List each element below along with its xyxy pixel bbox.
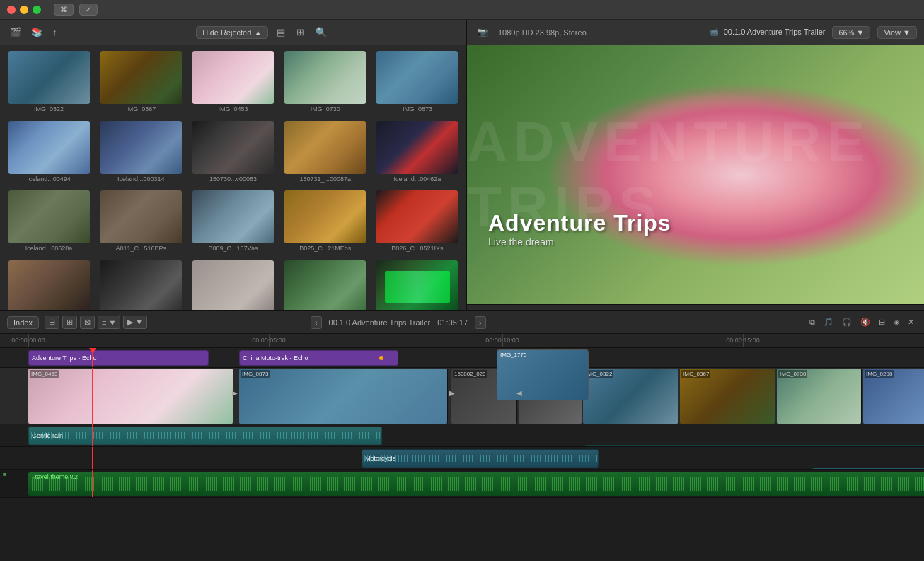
- media-label-img0730: IMG_0730: [311, 105, 340, 112]
- timeline-next-button[interactable]: ›: [475, 316, 486, 329]
- format-text: 1080p HD 23.98p, Stereo: [498, 28, 587, 37]
- media-label-c150731: 150731_...00087a: [299, 175, 351, 183]
- video-clip-img0453[interactable]: IMG_0453: [28, 369, 233, 424]
- media-thumb-c150731: [284, 121, 366, 174]
- video-clip-img0367b[interactable]: IMG_0367: [680, 369, 775, 424]
- camera-icon: 📷: [474, 25, 491, 39]
- library-icon[interactable]: 📚: [28, 25, 45, 39]
- media-thumb-b002c: [100, 260, 182, 313]
- playhead-line: [92, 348, 93, 367]
- close-button[interactable]: [7, 6, 16, 14]
- list-view-icon[interactable]: ▤: [274, 25, 288, 39]
- tool-select-icon[interactable]: ▶ ▼: [123, 316, 147, 329]
- mute-icon[interactable]: 🔇: [857, 316, 873, 328]
- media-thumb-iceland000314: [100, 121, 182, 174]
- media-item-c150730[interactable]: 150730...v00083: [187, 118, 279, 188]
- grid-view-icon[interactable]: ⊞: [294, 25, 307, 39]
- media-label-b009c: B009_C...187Vas: [209, 245, 258, 252]
- media-item-img0730[interactable]: IMG_0730: [279, 48, 371, 118]
- browser-icons: 🎬 📚 ↑: [7, 25, 60, 39]
- solo-icon[interactable]: ◈: [891, 316, 902, 328]
- media-thumb-c004c: [192, 260, 274, 313]
- media-item-iceland000314[interactable]: Iceland...000314: [95, 118, 187, 188]
- media-item-iceland00494[interactable]: Iceland...00494: [3, 118, 95, 188]
- china-moto-clip[interactable]: China Moto-trek - Echo: [239, 350, 398, 366]
- media-item-c150731[interactable]: 150731_...00087a: [279, 118, 371, 188]
- view-button[interactable]: View ▼: [877, 26, 917, 39]
- video-clip-img0322b[interactable]: IMG_0322: [583, 369, 678, 424]
- hide-rejected-button[interactable]: Hide Rejected ▲: [196, 26, 268, 39]
- media-item-a011c[interactable]: A011_C...516BPs: [95, 187, 187, 258]
- preview-panel: 📷 1080p HD 23.98p, Stereo 📹 00.1.0 Adven…: [467, 20, 924, 330]
- sound-row-2: Motorcycle Crowd noise: [0, 447, 924, 470]
- media-item-b025c[interactable]: B025_C...21MEbs: [279, 187, 371, 258]
- maximize-button[interactable]: [33, 6, 41, 14]
- media-thumb-b028c: [8, 260, 90, 313]
- media-thumb-b026c: [376, 190, 458, 243]
- timeline-toolbar: Index ⊟ ⊞ ⊠ ≡ ▼ ▶ ▼ ‹ 00.1.0 Adventure T…: [0, 311, 924, 334]
- media-thumb-a011c: [100, 190, 182, 243]
- check-button[interactable]: ✓: [79, 4, 98, 16]
- media-item-iceland00620a[interactable]: Iceland...00620a: [3, 187, 95, 258]
- audio-icon[interactable]: 🎵: [821, 316, 836, 328]
- preview-subtitle: Live the dream: [488, 236, 671, 248]
- search-icon[interactable]: 🔍: [313, 25, 330, 39]
- media-item-b026c[interactable]: B026_C...0521IXs: [371, 187, 463, 258]
- media-thumb-iceland00620a: [8, 190, 90, 243]
- video-clip-img0298[interactable]: IMG_0298: [863, 369, 924, 424]
- ruler-label: 00:00:15:00: [726, 337, 760, 344]
- media-thumb-img0730: [284, 51, 366, 104]
- ruler-label: 00:00:05:00: [252, 337, 286, 344]
- gentle-rain-clip[interactable]: Gentle rain: [28, 427, 382, 445]
- media-label-img0453: IMG_0453: [218, 105, 248, 112]
- adventure-echo-clip[interactable]: Adventure Trips - Echo: [28, 350, 209, 366]
- ruler-label: 00:00:00:00: [11, 337, 45, 344]
- video-clip-img0873[interactable]: IMG_0873: [239, 369, 448, 424]
- preview-toolbar: 📷 1080p HD 23.98p, Stereo 📹 00.1.0 Adven…: [467, 20, 924, 45]
- track-expand-icon[interactable]: ⊞: [62, 316, 77, 329]
- preview-viewer: Adventure Trips Adventure Trips Live the…: [467, 45, 924, 304]
- playhead-audio2: [92, 447, 93, 469]
- playhead-music: [92, 470, 93, 497]
- media-item-img0322[interactable]: IMG_0322: [3, 48, 95, 118]
- media-label-img0322: IMG_0322: [34, 105, 64, 112]
- track-height-icon[interactable]: ⊟: [45, 316, 59, 329]
- media-item-iceland00462a[interactable]: Iceland...00462a: [371, 118, 463, 188]
- video-clip-img0730b[interactable]: IMG_0730: [777, 369, 862, 424]
- travel-theme-clip[interactable]: Travel theme v.2: [28, 472, 924, 496]
- browser-panel: 🎬 📚 ↑ Hide Rejected ▲ ▤ ⊞ 🔍 IMG_0322IMG_…: [0, 20, 467, 330]
- clip-arrow3: ◀: [516, 389, 522, 397]
- clip-view-icon[interactable]: ⊟: [876, 316, 888, 328]
- motorcycle-clip[interactable]: Motorcycle: [362, 449, 599, 468]
- track-collapse-icon[interactable]: ⊠: [80, 316, 95, 329]
- traffic-lights: [7, 6, 41, 14]
- media-item-img0453[interactable]: IMG_0453: [187, 48, 279, 118]
- timeline-prev-button[interactable]: ‹: [311, 316, 322, 329]
- media-thumb-c150730: [192, 121, 274, 174]
- thumb-label: IMG_1775: [500, 352, 526, 358]
- media-label-iceland00462a: Iceland...00462a: [394, 175, 441, 183]
- music-track-row: ■ Travel theme v.2: [0, 470, 924, 498]
- media-item-img0873[interactable]: IMG_0873: [371, 48, 463, 118]
- track-options-icon[interactable]: ≡ ▼: [98, 316, 120, 329]
- share-icon[interactable]: ↑: [50, 25, 60, 39]
- headphone-icon[interactable]: 🎧: [839, 316, 855, 328]
- media-label-iceland000314: Iceland...000314: [117, 175, 165, 183]
- zoom-in-icon[interactable]: ⧉: [807, 316, 818, 328]
- music-track-indicator: ■: [3, 471, 6, 478]
- media-label-a011c: A011_C...516BPs: [116, 245, 167, 252]
- film-icon[interactable]: 🎬: [7, 25, 24, 39]
- format-info: 1080p HD 23.98p, Stereo: [498, 28, 587, 37]
- media-item-b009c[interactable]: B009_C...187Vas: [187, 187, 279, 258]
- key-button[interactable]: ⌘: [54, 4, 74, 16]
- media-item-img0367[interactable]: IMG_0367: [95, 48, 187, 118]
- zoom-button[interactable]: 66% ▼: [832, 26, 870, 39]
- camera2-icon: 📹: [709, 28, 719, 36]
- preview-text-overlay: Adventure Trips Live the dream: [488, 210, 671, 248]
- preview-background: Adventure Trips Adventure Trips Live the…: [467, 45, 924, 304]
- minimize-button[interactable]: [20, 6, 28, 14]
- close-timeline-icon[interactable]: ✕: [905, 316, 917, 328]
- timeline-project-info: ‹ 00.1.0 Adventure Trips Trailer 01:05:1…: [311, 316, 486, 329]
- index-button[interactable]: Index: [7, 316, 39, 329]
- media-label-img0367: IMG_0367: [126, 105, 156, 112]
